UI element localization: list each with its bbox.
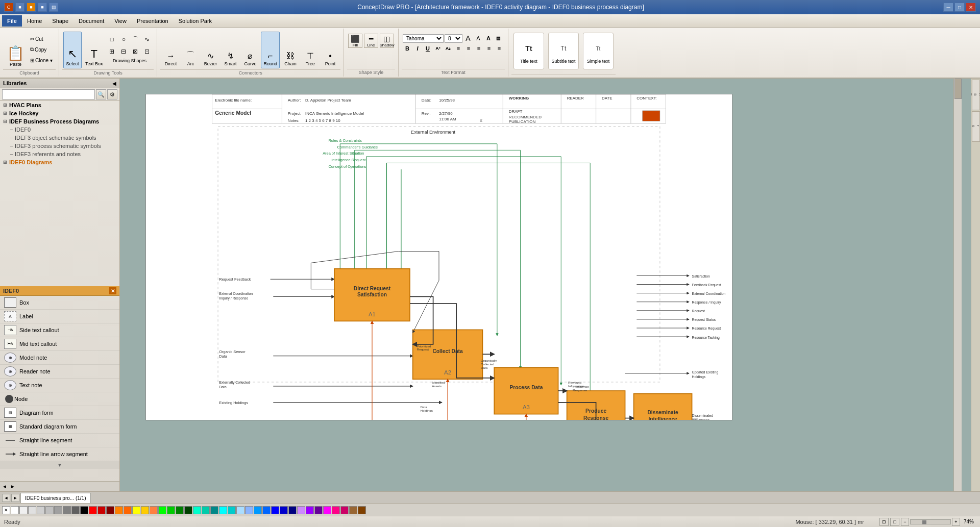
- font-decrease-btn[interactable]: A: [474, 34, 483, 43]
- font-bold-btn[interactable]: A: [484, 34, 493, 43]
- color-gray4[interactable]: [63, 506, 71, 514]
- connector-direct-button[interactable]: → Direct: [161, 32, 180, 68]
- sidebar-item-idef3-referents[interactable]: – IDEF3 referents and notes: [0, 150, 119, 158]
- shape-item-label[interactable]: A Label: [0, 310, 119, 323]
- align-distribute-btn[interactable]: ≡: [495, 44, 504, 53]
- color-green1[interactable]: [158, 506, 166, 514]
- zoom-in-btn[interactable]: +: [952, 518, 960, 526]
- color-blue3[interactable]: [254, 506, 262, 514]
- color-purple3[interactable]: [314, 506, 323, 514]
- settings-button[interactable]: ⚙: [107, 89, 117, 99]
- sidebar-collapse-icon[interactable]: ◀: [112, 81, 116, 86]
- bold-btn[interactable]: B: [403, 44, 412, 53]
- color-brown2[interactable]: [358, 506, 366, 514]
- search-button[interactable]: 🔍: [96, 89, 106, 99]
- dt-shape4-btn[interactable]: ⊡: [141, 46, 153, 57]
- connector-point-button[interactable]: • Point: [321, 32, 339, 68]
- color-blue4[interactable]: [262, 506, 271, 514]
- shape-item-box[interactable]: Box: [0, 296, 119, 310]
- tab-idef0-business[interactable]: IDEF0 business pro... (1/1): [20, 493, 91, 503]
- color-orange1[interactable]: [115, 506, 123, 514]
- paste-button[interactable]: 📋 Paste: [4, 32, 27, 68]
- color-red1[interactable]: [89, 506, 97, 514]
- color-purple1[interactable]: [297, 506, 305, 514]
- canvas-area[interactable]: Electronic file name: Author: D. Appleto…: [120, 79, 971, 491]
- tab-nav-prev[interactable]: ◄: [2, 494, 10, 502]
- color-purple2[interactable]: [306, 506, 314, 514]
- dt-shape2-btn[interactable]: ⊟: [118, 46, 129, 57]
- color-blue6[interactable]: [280, 506, 288, 514]
- dt-ellipse-btn[interactable]: ○: [118, 34, 129, 45]
- color-light1[interactable]: [19, 506, 28, 514]
- color-red3[interactable]: [106, 506, 114, 514]
- sidebar-item-idef3-process[interactable]: – IDEF3 process schematic symbols: [0, 142, 119, 150]
- italic-btn[interactable]: I: [413, 44, 422, 53]
- v-scroll-thumb[interactable]: [954, 79, 962, 99]
- zoom-slider[interactable]: [910, 519, 951, 524]
- maximize-button[interactable]: □: [954, 3, 965, 12]
- shape-item-std-diagram-form[interactable]: ▦ Standard diagram form: [0, 420, 119, 434]
- menu-presentation[interactable]: Presentation: [132, 15, 174, 27]
- sidebar-item-hvac[interactable]: ⊞ HVAC Plans: [0, 101, 119, 109]
- menu-document[interactable]: Document: [74, 15, 109, 27]
- font-options-btn[interactable]: ▤: [494, 34, 503, 43]
- dt-shape3-btn[interactable]: ⊠: [130, 46, 141, 57]
- textbox-button[interactable]: T Text Box: [83, 32, 106, 68]
- sidebar-item-idef0-diagrams[interactable]: ⊞ IDEF0 Diagrams: [0, 158, 119, 166]
- zoom-page-btn[interactable]: □: [890, 518, 899, 526]
- connector-arc-button[interactable]: ⌒ Arc: [181, 32, 200, 68]
- menu-shape[interactable]: Shape: [47, 15, 74, 27]
- color-none[interactable]: ✕: [2, 506, 10, 514]
- color-white[interactable]: [11, 506, 19, 514]
- color-brown1[interactable]: [349, 506, 357, 514]
- shadow-button[interactable]: ◫ Shadow: [380, 34, 394, 48]
- color-teal2[interactable]: [202, 506, 210, 514]
- sidebar-item-idef0[interactable]: – IDEF0: [0, 126, 119, 134]
- sidebar-scroll-down[interactable]: ▼: [0, 461, 119, 469]
- color-cyan1[interactable]: [219, 506, 227, 514]
- subtitle-text-style-button[interactable]: Tt Subtitle text: [548, 33, 579, 69]
- superscript-btn[interactable]: A²: [433, 44, 443, 53]
- color-green3[interactable]: [176, 506, 184, 514]
- font-family-select[interactable]: Tahoma: [403, 34, 444, 43]
- shape-item-text-note[interactable]: ⊙ Text note: [0, 379, 119, 392]
- dt-bezier-btn[interactable]: ∿: [141, 34, 153, 45]
- simple-text-style-button[interactable]: Tt Simple text: [583, 33, 614, 69]
- idef0-panel-close[interactable]: ✕: [109, 287, 116, 294]
- color-gray2[interactable]: [45, 506, 54, 514]
- color-yellow1[interactable]: [132, 506, 140, 514]
- connector-bezier-button[interactable]: ∿ Bezier: [201, 32, 219, 68]
- align-left-btn[interactable]: ≡: [454, 44, 463, 53]
- connector-curve-button[interactable]: ⌀ Curve: [241, 32, 259, 68]
- menu-home[interactable]: Home: [22, 15, 47, 27]
- color-gray5[interactable]: [71, 506, 80, 514]
- align-center-btn[interactable]: ≡: [464, 44, 473, 53]
- align-right-btn[interactable]: ≡: [474, 44, 483, 53]
- sidebar-scroll-left[interactable]: ◄: [1, 483, 8, 490]
- library-search-input[interactable]: [2, 89, 95, 99]
- subscript-btn[interactable]: A₂: [444, 44, 453, 53]
- color-green4[interactable]: [184, 506, 192, 514]
- connector-round-button[interactable]: ⌐ Round: [261, 32, 280, 68]
- fill-button[interactable]: ⬛ Fill: [348, 34, 362, 48]
- shape-item-mid-callout[interactable]: ⊢A Mid text callout: [0, 337, 119, 351]
- align-justify-btn[interactable]: ≡: [484, 44, 494, 53]
- color-teal3[interactable]: [210, 506, 218, 514]
- menu-view[interactable]: View: [109, 15, 132, 27]
- color-blue1[interactable]: [236, 506, 244, 514]
- dt-rect-btn[interactable]: □: [106, 34, 117, 45]
- font-size-select[interactable]: 8: [445, 34, 462, 43]
- copy-button[interactable]: ⧉ Copy: [28, 44, 55, 55]
- sidebar-item-idef3-object[interactable]: – IDEF3 object schematic symbols: [0, 134, 119, 142]
- title-text-style-button[interactable]: Tt Title text: [513, 33, 544, 69]
- clone-button[interactable]: ⊞ Clone ▾: [28, 55, 55, 65]
- tab-nav-next[interactable]: ►: [11, 494, 19, 502]
- zoom-slider-thumb[interactable]: [922, 520, 926, 524]
- connector-smart-button[interactable]: ↯ Smart: [221, 32, 239, 68]
- cut-button[interactable]: ✂ Cut: [28, 34, 55, 44]
- sidebar-scroll-right[interactable]: ►: [9, 483, 16, 490]
- color-pink2[interactable]: [332, 506, 340, 514]
- shape-item-node[interactable]: Node: [0, 392, 119, 406]
- right-panel-btn-1[interactable]: Shape: [972, 80, 980, 110]
- sidebar-item-ice-hockey[interactable]: ⊞ Ice Hockey: [0, 109, 119, 117]
